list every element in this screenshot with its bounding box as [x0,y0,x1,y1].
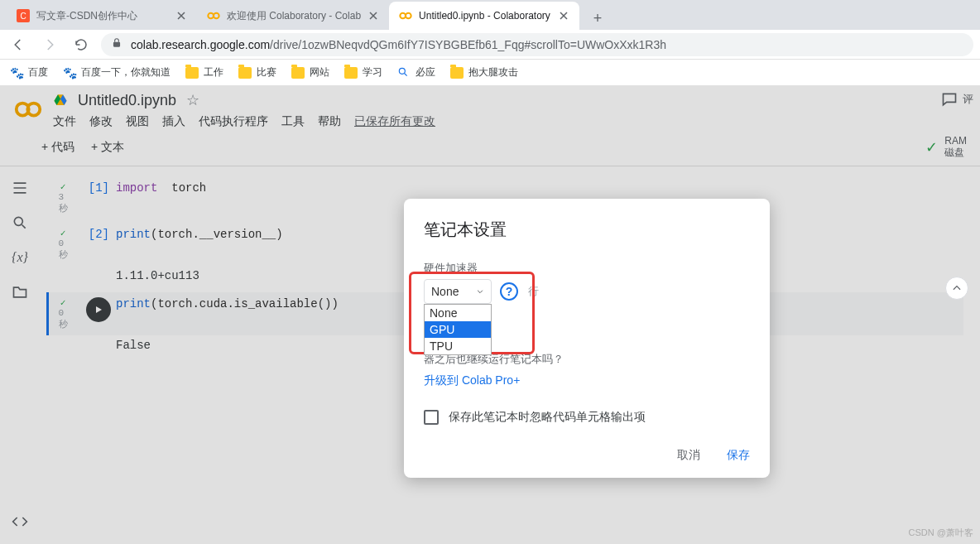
browser-tab-strip: C 写文章-CSDN创作中心 欢迎使用 Colaboratory - Colab… [0,0,980,30]
omit-output-checkbox[interactable] [424,410,439,425]
accelerator-select[interactable]: None [424,279,492,304]
svg-point-3 [214,13,219,19]
bookmark-label: 抱大腿攻击 [468,65,518,79]
colab-favicon-icon [207,9,220,22]
trail-fragment: 行 [528,284,539,299]
tab-title: Untitled0.ipynb - Colaboratory [419,10,551,22]
accelerator-dropdown: None GPU TPU [424,304,492,355]
colab-app: Untitled0.ipynb ☆ 文件 修改 视图 插入 代码执行程序 工具 … [0,86,980,544]
bookmark-label: 工作 [204,65,223,79]
bookmark-folder-website[interactable]: 网站 [291,65,329,79]
search-icon [397,66,411,79]
bookmark-folder-competition[interactable]: 比赛 [238,65,276,79]
checkbox-label: 保存此笔记本时忽略代码单元格输出项 [449,410,646,425]
notebook-settings-dialog: 笔记本设置 硬件加速器 None None GPU TPU ? 行 器之后也继续… [404,199,770,478]
folder-icon [291,67,305,79]
back-button[interactable] [7,33,30,56]
url-text: colab.research.google.com/drive/1ozwBNeq… [131,38,666,51]
bookmark-label: 比赛 [257,65,276,79]
close-icon[interactable] [558,10,569,22]
bookmark-label: 百度一下，你就知道 [81,65,171,79]
tab-title: 写文章-CSDN创作中心 [36,9,169,23]
bookmark-folder-study[interactable]: 学习 [344,65,382,79]
bookmark-folder-attack[interactable]: 抱大腿攻击 [450,65,518,79]
new-tab-button[interactable]: + [586,7,609,30]
select-value: None [431,285,459,298]
url-field[interactable]: colab.research.google.com/drive/1ozwBNeq… [101,33,973,56]
lock-icon [111,37,122,51]
upgrade-link[interactable]: 升级到 Colab Pro+ [424,373,750,388]
folder-icon [450,67,464,79]
bookmark-baidu[interactable]: 🐾百度 [10,65,48,79]
bookmark-label: 百度 [28,65,48,79]
bookmark-baidu2[interactable]: 🐾百度一下，你就知道 [63,65,171,79]
scroll-up-button[interactable] [945,277,968,300]
svg-rect-6 [113,42,120,47]
option-gpu[interactable]: GPU [425,321,491,338]
bookmarks-bar: 🐾百度 🐾百度一下，你就知道 工作 比赛 网站 学习 必应 抱大腿攻击 [0,60,980,86]
tab-title: 欢迎使用 Colaboratory - Colab [227,9,361,23]
browser-tab[interactable]: 欢迎使用 Colaboratory - Colab [197,2,389,30]
help-icon[interactable]: ? [500,282,518,301]
close-icon[interactable] [368,10,379,22]
colab-favicon-icon [399,9,412,22]
hardware-accelerator-label: 硬件加速器 [424,261,750,276]
option-tpu[interactable]: TPU [425,338,491,354]
bookmark-label: 必应 [416,65,435,79]
browser-tab[interactable]: C 写文章-CSDN创作中心 [7,2,197,30]
save-button[interactable]: 保存 [727,448,750,463]
folder-icon [238,67,252,79]
bookmark-bing[interactable]: 必应 [397,65,435,79]
svg-point-5 [406,13,411,19]
svg-point-7 [399,68,405,74]
dialog-title: 笔记本设置 [424,219,750,241]
baidu-icon: 🐾 [10,66,23,79]
csdn-favicon-icon: C [17,9,30,22]
reload-button[interactable] [70,33,93,56]
bookmark-folder-work[interactable]: 工作 [185,65,223,79]
bookmark-label: 网站 [310,65,329,79]
folder-icon [185,67,199,79]
cancel-button[interactable]: 取消 [677,448,700,463]
option-none[interactable]: None [425,305,491,321]
address-bar: colab.research.google.com/drive/1ozwBNeq… [0,30,980,60]
folder-icon [344,67,358,79]
chevron-down-icon [476,285,484,298]
forward-button[interactable] [38,33,61,56]
svg-text:C: C [20,12,26,21]
watermark: CSDN @萧叶客 [909,527,973,539]
bookmark-label: 学习 [363,65,382,79]
baidu-icon: 🐾 [63,66,76,79]
close-icon[interactable] [175,10,187,22]
browser-tab-active[interactable]: Untitled0.ipynb - Colaboratory [389,2,579,30]
